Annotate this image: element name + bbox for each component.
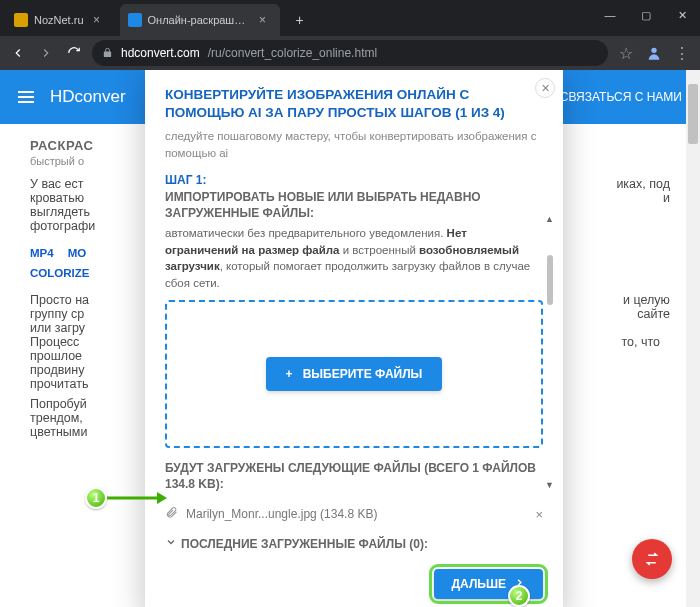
format-link[interactable]: MP4 (30, 247, 54, 259)
wizard-modal: ✕ КОНВЕРТИРУЙТЕ ИЗОБРАЖЕНИЯ ОНЛАЙН С ПОМ… (145, 70, 563, 607)
star-icon[interactable]: ☆ (616, 43, 636, 63)
url-host: hdconvert.com (121, 46, 200, 60)
panel-scrollbar[interactable]: ▲ ▼ (547, 225, 553, 292)
svg-point-0 (651, 48, 656, 53)
lock-icon (102, 44, 113, 62)
tab-title: Онлайн-раскрашивание черно (148, 14, 250, 26)
menu-icon[interactable]: ⋮ (672, 43, 692, 63)
annotation-callout-1: 1 (85, 487, 107, 509)
step-title: ИМПОРТИРОВАТЬ НОВЫЕ ИЛИ ВЫБРАТЬ НЕДАВНО … (165, 189, 543, 221)
profile-icon[interactable] (644, 43, 664, 63)
queued-files-heading: БУДУТ ЗАГРУЖЕНЫ СЛЕДУЮЩИЕ ФАЙЛЫ (ВСЕГО 1… (165, 460, 543, 492)
favicon (14, 13, 28, 27)
minimize-button[interactable]: — (592, 0, 628, 30)
reload-button[interactable] (64, 43, 84, 63)
browser-toolbar: hdconvert.com/ru/convert_colorize_online… (0, 36, 700, 70)
new-tab-button[interactable]: + (288, 8, 312, 32)
browser-tab-2[interactable]: Онлайн-раскрашивание черно × (120, 4, 280, 36)
page-content: HDconver СВЯЗАТЬСЯ С НАМИ РАСКРАС быстры… (0, 70, 700, 607)
scroll-thumb[interactable] (688, 84, 698, 144)
browser-tab-1[interactable]: NozNet.ru × (6, 4, 114, 36)
maximize-button[interactable]: ▢ (628, 0, 664, 30)
recent-files-label: ПОСЛЕДНИЕ ЗАГРУЖЕННЫЕ ФАЙЛЫ (0): (181, 537, 428, 551)
close-button[interactable]: ✕ (664, 0, 700, 30)
choose-files-button[interactable]: + ВЫБЕРИТЕ ФАЙЛЫ (266, 357, 443, 391)
paperclip-icon (165, 506, 178, 522)
chevron-right-icon (514, 577, 525, 591)
modal-subtitle: следуйте пошаговому мастеру, чтобы конве… (165, 128, 543, 160)
step-description: автоматически без предварительного уведо… (165, 225, 543, 292)
format-link[interactable]: MO (68, 247, 87, 259)
next-label: ДАЛЬШЕ (452, 577, 506, 591)
hamburger-icon[interactable] (18, 91, 34, 103)
format-link[interactable]: COLORIZE (30, 267, 89, 279)
back-button[interactable] (8, 43, 28, 63)
url-path: /ru/convert_colorize_online.html (208, 46, 377, 60)
brand-logo[interactable]: HDconver (50, 87, 126, 107)
remove-file-button[interactable]: × (535, 507, 543, 522)
recent-files-toggle[interactable]: ПОСЛЕДНИЕ ЗАГРУЖЕННЫЕ ФАЙЛЫ (0): (165, 536, 543, 551)
tab-title: NozNet.ru (34, 14, 84, 26)
close-icon[interactable]: ✕ (535, 78, 555, 98)
file-drop-zone[interactable]: + ВЫБЕРИТЕ ФАЙЛЫ (165, 300, 543, 448)
forward-button[interactable] (36, 43, 56, 63)
close-icon[interactable]: × (90, 13, 104, 27)
queued-file-row: Marilyn_Monr...ungle.jpg (134.8 KB) × (165, 506, 543, 522)
modal-title: КОНВЕРТИРУЙТЕ ИЗОБРАЖЕНИЯ ОНЛАЙН С ПОМОЩ… (165, 86, 543, 122)
plus-icon: + (286, 367, 293, 381)
annotation-badge: 1 (85, 487, 107, 509)
window-controls: — ▢ ✕ (592, 0, 700, 30)
swap-fab-button[interactable] (632, 539, 672, 579)
contact-label: СВЯЗАТЬСЯ С НАМИ (560, 90, 682, 104)
choose-files-label: ВЫБЕРИТЕ ФАЙЛЫ (303, 367, 423, 381)
next-button[interactable]: ДАЛЬШЕ (434, 569, 543, 599)
chevron-down-icon (165, 536, 177, 551)
step-label: ШАГ 1: (165, 173, 543, 187)
close-icon[interactable]: × (256, 13, 270, 27)
window-titlebar: NozNet.ru × Онлайн-раскрашивание черно ×… (0, 0, 700, 36)
favicon (128, 13, 142, 27)
page-scrollbar[interactable] (686, 70, 700, 607)
address-bar[interactable]: hdconvert.com/ru/convert_colorize_online… (92, 40, 608, 66)
file-name: Marilyn_Monr...ungle.jpg (134.8 KB) (186, 507, 377, 521)
